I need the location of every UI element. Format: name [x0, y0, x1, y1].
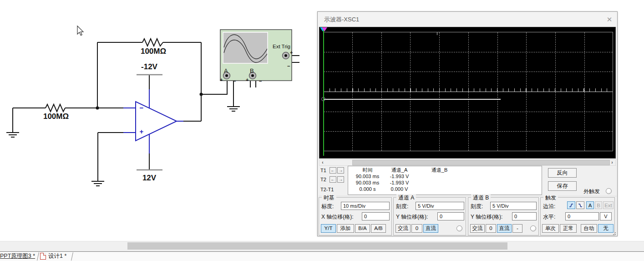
schematic-file-icon: [40, 253, 46, 260]
trigger-source-a-button[interactable]: A: [586, 201, 594, 209]
multisim-canvas: 100MΩ 100MΩ -12V 12V − + Ext Trig A B + …: [0, 0, 644, 261]
trigger-source-ext-button[interactable]: Ext: [603, 201, 614, 209]
opamp-plus-sign: +: [138, 128, 145, 135]
opamp-minus-sign: −: [138, 104, 145, 112]
screen-scrollbar[interactable]: ‹ ›: [319, 159, 616, 166]
channel-a-y-position-input[interactable]: [437, 212, 464, 220]
positive-supply-label: 12V: [136, 174, 163, 183]
mouse-cursor-icon: [77, 26, 83, 36]
channel-b-title: 通道 B: [471, 194, 491, 202]
title-bar[interactable]: 示波器-XSC1 ✕: [318, 12, 617, 27]
channel-a-group: 通道 A 刻度: Y 轴位移(格): 交流 0 直流: [393, 197, 466, 235]
channel-b-minus-button[interactable]: -: [512, 224, 522, 233]
timebase-group: 时基 标度: X 轴位移(格): Y/T 添加 B/A A/B: [319, 197, 392, 235]
t1-left-arrow-button[interactable]: ←: [330, 167, 336, 174]
channel-b-y-position-input[interactable]: [512, 212, 537, 220]
timebase-scale-input[interactable]: [341, 202, 390, 210]
scope-terminal-b-label: B: [250, 67, 254, 74]
yt-mode-button[interactable]: Y/T: [321, 224, 336, 233]
t2-cha: -1.993 V: [380, 179, 419, 186]
axis-tick-marks: [324, 88, 613, 92]
channel-a-ac-button[interactable]: 交流: [396, 224, 411, 233]
trigger-source-b-button[interactable]: B: [595, 201, 602, 209]
cursor-t2-label: T2: [320, 177, 326, 182]
single-mode-button[interactable]: 单次: [542, 224, 559, 233]
trigger-level-input[interactable]: [565, 212, 599, 220]
tab-design1[interactable]: 设计1 *: [40, 252, 71, 261]
cursor-t2t1-label: T2-T1: [320, 187, 334, 192]
x-position-label: X 轴位移(格):: [321, 213, 354, 221]
circuit-schematic: [0, 0, 319, 261]
close-icon[interactable]: ✕: [605, 15, 614, 24]
y-position-label: Y 轴位移(格):: [471, 213, 502, 221]
cursor-t2-handle-icon[interactable]: [322, 27, 327, 31]
channel-b-scale-input[interactable]: [490, 202, 537, 210]
divider: [319, 196, 617, 196]
channel-a-trigger-radio[interactable]: [456, 225, 462, 231]
channel-a-scale-input[interactable]: [416, 202, 464, 210]
time-axis: [324, 92, 613, 92]
col-channel-a-header: 通道_A: [380, 167, 419, 173]
terminal-b-plus: +: [246, 77, 248, 82]
terminal-a-minus: −: [233, 79, 236, 83]
level-label: 水平:: [543, 213, 555, 221]
cursor-t1-label: T1: [320, 168, 326, 173]
channel-a-zero-button[interactable]: 0: [411, 224, 422, 233]
save-button[interactable]: 保存: [548, 181, 577, 191]
scale-label: 标度:: [321, 203, 334, 210]
x-position-input[interactable]: [362, 212, 390, 220]
workspace-scrollbar-thumb[interactable]: [127, 242, 507, 250]
rising-edge-icon[interactable]: [567, 201, 575, 209]
feedback-resistor-label: 100MΩ: [135, 47, 172, 56]
input-resistor-label: 100MΩ: [37, 112, 75, 121]
channel-b-trigger-radio[interactable]: [530, 225, 536, 231]
reverse-button[interactable]: 反向: [548, 168, 577, 178]
ext-trig-minus: −: [287, 64, 290, 68]
opamp: [123, 89, 183, 154]
channel-b-group: 通道 B 刻度: Y 轴位移(格): 交流 0 直流 -: [468, 197, 539, 235]
terminal-a-plus: +: [220, 77, 223, 82]
channel-b-dc-button[interactable]: 直流: [497, 224, 512, 233]
col-channel-b-header: 通道_B: [420, 167, 459, 173]
falling-edge-icon[interactable]: [576, 201, 584, 209]
scope-terminal-a-label: A: [224, 67, 228, 74]
ext-trigger-label: 外触发: [583, 188, 600, 195]
channel-a-dc-button[interactable]: 直流: [423, 224, 438, 233]
channel-b-zero-button[interactable]: 0: [486, 224, 496, 233]
ext-trig-plus: +: [290, 50, 293, 55]
time-cursor-line[interactable]: [323, 28, 324, 156]
scope-screen: [319, 27, 616, 159]
t2-right-arrow-button[interactable]: →: [337, 176, 344, 183]
scroll-right-icon[interactable]: ›: [609, 160, 615, 165]
scrollbar-thumb[interactable]: [352, 160, 610, 165]
normal-mode-button[interactable]: 正常: [560, 224, 577, 233]
negative-supply-label: -12V: [136, 62, 163, 72]
terminal-b-minus: −: [259, 79, 262, 83]
channel-a-trace: [324, 99, 501, 100]
dt-cha: 0.000 V: [380, 186, 419, 192]
ext-trigger-radio[interactable]: [606, 188, 612, 194]
trigger-level-unit[interactable]: V: [600, 212, 612, 220]
tab-label: 设计1 *: [48, 253, 66, 259]
resize-grip[interactable]: [611, 230, 616, 235]
auto-mode-button[interactable]: 自动: [581, 224, 597, 233]
design-tab-bar: PPT原理图3 * 设计1 *: [0, 252, 644, 261]
oscilloscope-window: 示波器-XSC1 ✕: [317, 11, 618, 236]
scale-label: 刻度:: [471, 203, 483, 210]
ab-mode-button[interactable]: A/B: [371, 224, 386, 233]
tab-label: PPT原理图3 *: [0, 253, 35, 259]
timebase-title: 时基: [322, 194, 336, 202]
scroll-left-icon[interactable]: ‹: [319, 160, 326, 165]
t1-right-arrow-button[interactable]: →: [337, 167, 344, 174]
channel-a-title: 通道 A: [396, 194, 416, 202]
ba-mode-button[interactable]: B/A: [355, 224, 370, 233]
scale-label: 刻度:: [396, 203, 408, 210]
window-title: 示波器-XSC1: [324, 15, 359, 24]
workspace-scrollbar[interactable]: [0, 241, 644, 251]
ext-trig-terminal-label: Ext Trig: [273, 44, 290, 49]
tab-ppt-schematic3[interactable]: PPT原理图3 *: [0, 252, 36, 261]
add-mode-button[interactable]: 添加: [337, 224, 354, 233]
t2-left-arrow-button[interactable]: ←: [330, 176, 336, 183]
channel-b-ac-button[interactable]: 交流: [470, 224, 485, 233]
y-position-label: Y 轴位移(格):: [396, 213, 428, 221]
